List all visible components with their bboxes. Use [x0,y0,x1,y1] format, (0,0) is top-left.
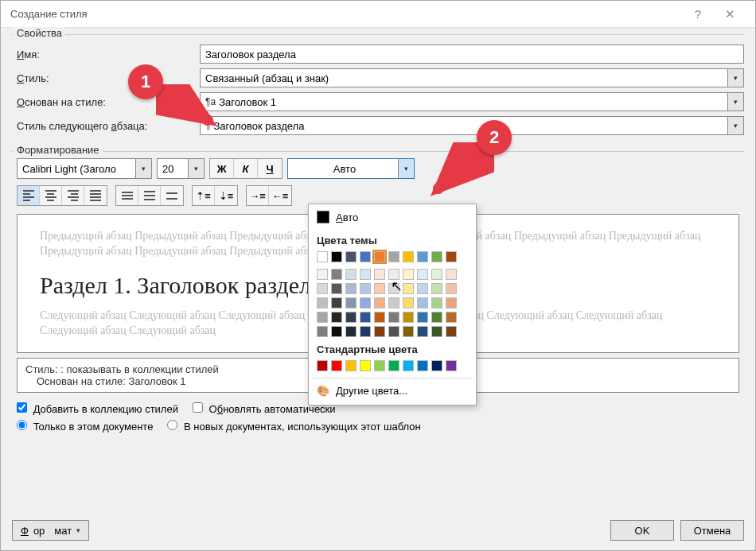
chevron-down-icon[interactable]: ▾ [727,117,743,134]
color-swatch[interactable] [360,283,371,294]
only-doc-radio[interactable]: Только в этом документе [17,420,153,433]
color-swatch[interactable] [345,283,357,294]
color-swatch[interactable] [388,269,399,280]
chevron-down-icon[interactable]: ▾ [135,159,151,178]
line-spacing-2-button[interactable] [161,186,183,205]
color-swatch[interactable] [317,312,328,323]
cancel-button[interactable]: Отмена [680,520,744,541]
color-swatch[interactable] [331,283,342,294]
based-on-combo[interactable]: ¶a Заголовок 1 ▾ [200,92,744,111]
chevron-down-icon[interactable]: ▾ [398,159,414,178]
color-swatch[interactable] [388,326,399,337]
color-swatch[interactable] [388,360,399,371]
color-swatch[interactable] [331,312,342,323]
color-swatch[interactable] [317,360,328,371]
color-swatch[interactable] [331,251,342,262]
color-swatch[interactable] [417,360,428,371]
color-swatch[interactable] [317,283,328,294]
color-swatch[interactable] [403,297,414,308]
color-swatch[interactable] [431,326,442,337]
more-colors-option[interactable]: 🎨 Другие цвета... [309,378,476,400]
color-swatch[interactable] [345,326,357,337]
decrease-indent-button[interactable]: ←≡ [269,186,291,205]
style-type-combo[interactable]: Связанный (абзац и знак) ▾ [200,68,744,87]
name-input[interactable] [200,45,744,64]
color-swatch[interactable] [417,251,428,262]
color-swatch[interactable] [360,251,371,262]
color-swatch[interactable] [417,283,428,294]
color-swatch[interactable] [345,312,357,323]
color-swatch[interactable] [374,297,385,308]
align-justify-button[interactable] [84,186,107,205]
color-swatch[interactable] [403,312,414,323]
color-swatch[interactable] [431,251,442,262]
color-auto-option[interactable]: Авто [309,204,476,230]
color-swatch[interactable] [446,312,457,323]
color-swatch[interactable] [345,269,357,280]
chevron-down-icon[interactable]: ▾ [727,93,743,111]
color-swatch[interactable] [431,269,442,280]
color-swatch[interactable] [388,312,399,323]
font-size-combo[interactable]: 20 ▾ [157,158,205,179]
color-swatch[interactable] [360,312,371,323]
ok-button[interactable]: OK [610,520,674,541]
italic-button[interactable]: К [234,159,258,178]
color-swatch[interactable] [360,269,371,280]
increase-indent-button[interactable]: →≡ [247,186,269,205]
color-swatch[interactable] [388,297,399,308]
color-swatch[interactable] [403,360,414,371]
color-swatch[interactable] [417,269,428,280]
color-swatch[interactable] [317,269,328,280]
color-swatch[interactable] [317,297,328,308]
color-swatch[interactable] [403,283,414,294]
color-swatch[interactable] [374,283,385,294]
color-swatch[interactable] [331,269,342,280]
color-swatch[interactable] [374,326,385,337]
color-swatch[interactable] [431,360,442,371]
bold-button[interactable]: Ж [210,159,234,178]
color-swatch[interactable] [374,251,385,262]
underline-button[interactable]: Ч [258,159,282,178]
space-after-button[interactable]: ⇣≡ [215,186,237,205]
color-swatch[interactable] [431,283,442,294]
font-color-combo[interactable]: Авто ▾ [287,158,415,179]
new-docs-radio[interactable]: В новых документах, использующих этот ша… [167,420,420,433]
color-swatch[interactable] [446,326,457,337]
color-swatch[interactable] [403,269,414,280]
align-left-button[interactable] [18,186,40,205]
chevron-down-icon[interactable]: ▾ [188,159,204,178]
color-swatch[interactable] [417,297,428,308]
color-swatch[interactable] [446,269,457,280]
next-style-combo[interactable]: ¶ Заголовок раздела ▾ [200,116,744,135]
color-swatch[interactable] [417,326,428,337]
color-swatch[interactable] [317,251,328,262]
color-swatch[interactable] [431,312,442,323]
color-swatch[interactable] [388,251,399,262]
align-right-button[interactable] [62,186,84,205]
color-swatch[interactable] [360,297,371,308]
color-swatch[interactable] [331,326,342,337]
color-swatch[interactable] [345,297,357,308]
color-swatch[interactable] [446,297,457,308]
color-swatch[interactable] [446,251,457,262]
chevron-down-icon[interactable]: ▾ [727,69,743,87]
align-center-button[interactable] [40,186,62,205]
color-swatch[interactable] [446,283,457,294]
format-button[interactable]: Формат ▾ [12,520,89,541]
color-swatch[interactable] [345,360,357,371]
color-swatch[interactable] [431,297,442,308]
space-before-button[interactable]: ⇡≡ [193,186,215,205]
color-swatch[interactable] [331,360,342,371]
add-collection-check[interactable]: Добавить в коллекцию стилей [17,402,178,415]
color-swatch[interactable] [331,297,342,308]
line-spacing-1-button[interactable] [116,186,138,205]
color-swatch[interactable] [374,360,385,371]
help-icon[interactable]: ? [682,7,714,21]
color-swatch[interactable] [403,251,414,262]
color-swatch[interactable] [388,283,399,294]
color-swatch[interactable] [446,360,457,371]
color-swatch[interactable] [417,312,428,323]
color-swatch[interactable] [360,326,371,337]
color-swatch[interactable] [403,326,414,337]
color-swatch[interactable] [374,312,385,323]
